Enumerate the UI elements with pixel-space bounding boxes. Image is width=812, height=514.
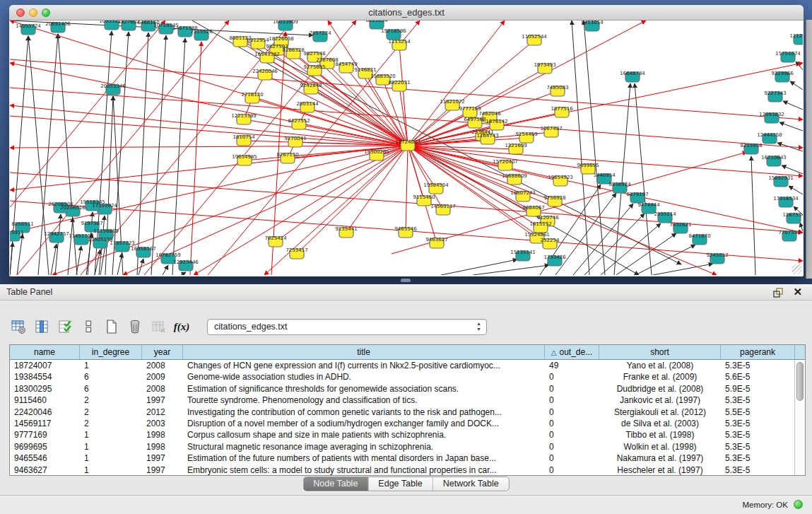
column-header-year[interactable]: year	[142, 345, 183, 359]
table-mode-button[interactable]	[9, 317, 28, 336]
sort-ascending-icon: △	[551, 349, 557, 356]
graph-node-label: 8471670	[688, 233, 710, 239]
graph-node-label: 15135141	[510, 250, 536, 255]
network-graph[interactable]: 1872400714055724206914061095322715276026…	[10, 21, 803, 275]
cell-year: 1997	[142, 452, 183, 464]
panel-divider-handle[interactable]	[401, 279, 411, 282]
graph-node-label: 1676142	[486, 119, 507, 124]
graph-node-label: 1167534	[782, 212, 803, 218]
table-scrollbar[interactable]	[794, 360, 805, 475]
graph-node-label: 7632621	[669, 222, 691, 228]
cell-short: Wolkin et al. (1998)	[599, 441, 721, 452]
graph-node-label: 9245012	[706, 252, 728, 258]
table-row[interactable]: 1938455462009Genome-wide association stu…	[10, 371, 805, 382]
table-row[interactable]: 1872400712008Changes of HCN gene express…	[10, 360, 805, 371]
graph-node-label: 9756928	[543, 195, 565, 201]
table-row[interactable]: 911546021997Tourette syndrome. Phenomeno…	[10, 395, 805, 406]
graph-node-label: 1112544	[789, 33, 803, 39]
graph-node-label: 15524861	[524, 232, 550, 238]
table-row[interactable]: 2242004622012Investigating the contribut…	[10, 407, 805, 418]
show-columns-button[interactable]	[33, 317, 51, 336]
window-resize-grip[interactable]	[792, 264, 802, 274]
cell-pagerank: 5.3E-5	[721, 441, 795, 452]
graph-node-label: 19654923	[548, 175, 573, 180]
graph-node-label: 18724007	[395, 139, 420, 145]
graph-node-label: 19654985	[232, 154, 257, 160]
table-row[interactable]: 977716911998Corpus callosum shape and si…	[10, 429, 805, 440]
application-desktop: citations_edges.txt 18724007140557242069…	[0, 0, 812, 284]
graph-node-label: 16543382	[254, 52, 280, 57]
graph-node-label: 8822031	[388, 80, 410, 86]
background-panel-strip	[806, 20, 812, 279]
cell-out_degree: 0	[545, 395, 599, 406]
graph-node-label: 9474444	[637, 202, 660, 208]
cell-short: Franke et al. (2009)	[599, 371, 721, 382]
table-row[interactable]: 1830029562008Estimation of significance …	[10, 383, 805, 395]
delete-column-button[interactable]	[126, 317, 144, 336]
network-canvas-container[interactable]: 1872400714055724206914061095322715276026…	[10, 21, 803, 275]
graph-node-label: 8813054	[365, 21, 388, 23]
cell-title: Changes of HCN gene expression and I(f) …	[183, 360, 545, 371]
cell-short: de Silva et al. (2003)	[599, 418, 721, 429]
stacked-squares-icon	[81, 319, 96, 334]
graph-node-label: 10688609	[502, 173, 527, 179]
close-panel-button[interactable]: ✕	[793, 286, 802, 298]
graph-node-label: 9463627	[425, 237, 447, 243]
create-column-button[interactable]	[102, 317, 121, 336]
graph-node-label: 7857224	[309, 30, 331, 36]
table-column-icon	[34, 319, 49, 334]
table-scrollbar-thumb[interactable]	[796, 362, 804, 401]
column-header-out_degree[interactable]: △out_de...	[545, 345, 599, 359]
graph-node-label: 16210643	[761, 155, 787, 160]
tab-node-table[interactable]: Node Table	[303, 477, 368, 491]
table-row[interactable]: 969969511998Structural magnetic resonanc…	[10, 441, 805, 452]
cell-name: 14569117	[10, 418, 80, 429]
cell-name: 9463627	[10, 465, 80, 476]
graph-node-label: 9146821	[354, 67, 376, 73]
graph-node-label: 9827546	[303, 51, 326, 57]
cell-pagerank: 5.3E-5	[721, 418, 795, 429]
cell-out_degree: 0	[545, 371, 599, 382]
cell-in_degree: 6	[80, 383, 142, 395]
graph-node-label: 2935114	[654, 211, 676, 217]
graph-node-label: 1067487	[540, 126, 562, 132]
float-panel-button[interactable]	[772, 287, 784, 298]
cell-in_degree: 1	[80, 360, 142, 371]
window-title: citations_edges.txt	[9, 7, 804, 18]
table-row[interactable]: 946554611997Estimation of the future num…	[10, 452, 805, 464]
graph-node-label: 2803144	[296, 101, 319, 107]
column-header-pagerank[interactable]: pagerank	[721, 345, 795, 359]
row-options-button[interactable]	[79, 317, 98, 336]
graph-node-label: 20053346	[100, 83, 126, 89]
graph-node-label: 16958167	[131, 246, 156, 252]
column-header-title[interactable]: title	[183, 345, 545, 359]
table-panel-body: f(x) citations_edges.txt ▲▼ namein_degre…	[0, 300, 812, 495]
graph-node-label: 11821072	[440, 99, 465, 105]
table-row[interactable]: 1456911722003Disruption of a novel membe…	[10, 418, 805, 429]
graph-node-label: 8215958	[740, 143, 762, 148]
graph-node-label: 8267130	[276, 152, 298, 158]
graph-node-label: 1440954	[593, 173, 616, 178]
column-header-in_degree[interactable]: in_degree	[80, 345, 142, 359]
table-selector-value: citations_edges.txt	[214, 322, 288, 332]
select-rows-button[interactable]	[56, 317, 74, 336]
function-builder-button[interactable]: f(x)	[172, 317, 191, 336]
tab-network-table[interactable]: Network Table	[433, 477, 509, 491]
column-header-short[interactable]: short	[599, 345, 721, 359]
graph-node-label: 12093832	[759, 112, 784, 117]
cell-title: Estimation of significance thresholds fo…	[183, 383, 545, 395]
cell-name: 9699695	[10, 441, 80, 452]
graph-node-label: 12213389	[231, 113, 257, 119]
tab-edge-table[interactable]: Edge Table	[368, 477, 433, 491]
delete-table-button[interactable]	[149, 317, 167, 336]
cell-year: 1997	[142, 395, 183, 406]
cell-year: 2003	[142, 418, 183, 429]
window-titlebar[interactable]: citations_edges.txt	[9, 5, 804, 21]
table-selector[interactable]: citations_edges.txt ▲▼	[207, 319, 487, 335]
graph-node-label: 1615132	[529, 221, 551, 227]
column-header-name[interactable]: name	[10, 345, 80, 359]
cell-pagerank: 5.3E-5	[721, 395, 795, 406]
table-row[interactable]: 946362711997Embryonic stem cells: a mode…	[10, 465, 805, 476]
graph-node-label: 20691406	[45, 21, 71, 27]
cell-name: 22420046	[10, 407, 80, 418]
